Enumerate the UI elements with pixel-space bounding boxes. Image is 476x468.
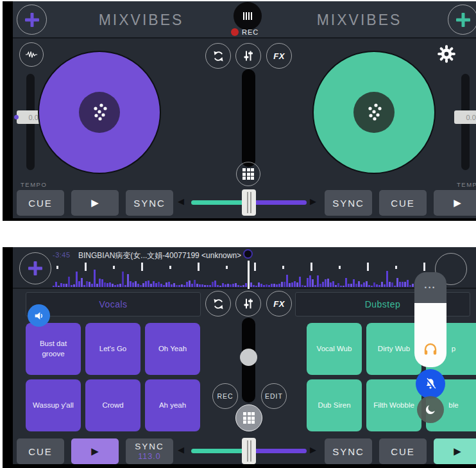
bell-slash-icon [423, 377, 438, 391]
sliders-icon [242, 297, 255, 310]
sync-label: SYNC [135, 442, 164, 451]
plus-icon [24, 12, 40, 28]
record-indicator[interactable]: REC [231, 28, 259, 36]
tempo-label-left: TEMPO [21, 181, 47, 188]
arrow-right-icon: ▶ [310, 445, 316, 455]
play-button-left-top[interactable]: ▶ [71, 190, 119, 216]
more-dots-icon: ••• [425, 284, 436, 291]
sample-pad[interactable]: Vocal Wub [307, 323, 362, 375]
bank-select-left-label: Vocals [99, 299, 127, 309]
speaker-icon [33, 310, 45, 322]
track-header: -3:45 BINGBIAN病变(女...文娟-40077199 <unknow… [13, 247, 476, 289]
add-track-button-bottom[interactable] [19, 252, 51, 284]
sample-pad[interactable]: Dub Siren [307, 379, 362, 431]
deck-a-hub [79, 92, 120, 133]
fx-label: FX [273, 51, 285, 61]
play-icon: ▶ [454, 197, 461, 209]
bank-select-right-label: Dubstep [365, 299, 401, 309]
fader-handle[interactable] [240, 349, 257, 366]
crossfader-track-b [249, 200, 307, 205]
arrow-right-icon: ▶ [310, 196, 316, 206]
grid-icon [242, 168, 254, 180]
app-logo-left: MIXVIBES [38, 12, 244, 29]
deck-b-platter[interactable] [312, 51, 436, 174]
headphones-icon [423, 342, 438, 357]
cue-button-left-bottom[interactable]: CUE [17, 438, 64, 464]
sample-pad[interactable]: Oh Yeah [145, 323, 200, 375]
cue-button-right-top[interactable]: CUE [379, 190, 427, 216]
loop-button-bottom[interactable] [205, 291, 231, 316]
time-remaining: -3:45 [53, 251, 71, 259]
sample-pad[interactable]: Bust dat groove [26, 323, 81, 375]
sample-pad[interactable]: Ah yeah [145, 379, 200, 431]
sliders-icon [242, 49, 255, 62]
overlay-body [414, 303, 446, 367]
fx-label: FX [273, 299, 285, 309]
pads-view-button-top[interactable] [236, 162, 260, 186]
record-label: REC [242, 28, 259, 36]
deck-a-platter[interactable] [38, 51, 161, 174]
crossfader-handle[interactable] [242, 189, 256, 216]
monitor-button[interactable] [28, 304, 50, 327]
sync-bpm: 113.0 [138, 452, 160, 461]
cue-button-left-top[interactable]: CUE [17, 190, 64, 216]
fx-button-bottom[interactable]: FX [266, 291, 292, 316]
key-waveform-button[interactable] [19, 42, 44, 67]
loop-button-top[interactable] [205, 43, 231, 69]
volume-fader-top[interactable] [242, 69, 255, 167]
play-button-left-bottom[interactable]: ▶ [71, 438, 119, 464]
fx-button-top[interactable]: FX [266, 43, 292, 69]
night-mode-button[interactable] [417, 396, 444, 423]
sync-button-right-bottom[interactable]: SYNC [325, 438, 372, 464]
crossfader-handle[interactable] [242, 438, 256, 464]
sample-pad[interactable]: Wassup y'all [26, 379, 81, 431]
sync-button-left-top[interactable]: SYNC [126, 190, 173, 216]
gear-icon [437, 44, 456, 64]
settings-button[interactable] [434, 41, 459, 67]
deck-b-hub [353, 92, 395, 133]
mixvibes-dots-icon [362, 101, 386, 124]
crossfader-track-b [249, 449, 307, 453]
grid-icon [243, 412, 255, 424]
play-button-right-top[interactable]: ▶ [434, 190, 476, 216]
plus-icon [455, 12, 472, 28]
bank-select-left[interactable]: Vocals [26, 292, 201, 316]
sync-button-left-bottom[interactable]: SYNC 113.0 [126, 438, 173, 464]
loop-icon [212, 49, 225, 63]
level-bars-icon [243, 12, 252, 20]
play-button-right-bottom[interactable]: ▶ [434, 438, 476, 464]
sample-pad[interactable]: Crowd [85, 379, 140, 431]
rec-button-bottom[interactable]: REC [212, 383, 238, 409]
mixvibes-dots-icon [88, 101, 111, 124]
crossfader-track-a [191, 449, 249, 453]
deck-view-panel: MIXVIBES REC MIXVIBES 0.0% TEMPO [3, 1, 476, 221]
sample-pad[interactable]: Filth Wobble [366, 379, 421, 431]
pads-view-button-bottom[interactable] [235, 404, 262, 431]
cue-button-right-bottom[interactable]: CUE [379, 438, 427, 464]
top-bar: MIXVIBES REC MIXVIBES [13, 1, 476, 39]
jog-position-indicator [243, 249, 253, 259]
play-icon: ▶ [91, 197, 99, 209]
moon-icon [424, 403, 437, 416]
play-icon: ▶ [91, 446, 99, 457]
sync-button-right-top[interactable]: SYNC [325, 190, 372, 216]
edit-button-label: EDIT [265, 392, 283, 400]
overlay-more-handle[interactable]: ••• [414, 272, 446, 303]
sample-pads-left: Bust dat grooveLet's GoOh YeahWassup y'a… [26, 323, 200, 431]
app-logo-right: MIXVIBES [257, 12, 462, 29]
sample-pad[interactable]: Let's Go [85, 323, 140, 375]
quick-settings-overlay: ••• [414, 272, 446, 423]
add-track-button-right[interactable] [448, 4, 476, 35]
crossfader-track-a [191, 200, 249, 205]
mute-notifications-button[interactable] [416, 369, 445, 399]
edit-button[interactable]: EDIT [261, 383, 287, 409]
sample-pad[interactable]: Dirty Wub [366, 323, 421, 375]
sample-pads-right: Vocal WubDirty WubpDub SirenFilth Wobble… [307, 323, 476, 431]
tempo-thumb-icon[interactable] [14, 115, 19, 119]
mixer-button-top[interactable] [235, 43, 261, 69]
headphones-button[interactable] [423, 342, 438, 357]
tempo-label-right: TEMPO [457, 181, 476, 188]
waveform-icon [25, 50, 38, 59]
mixer-button-bottom[interactable] [235, 291, 261, 316]
play-icon: ▶ [454, 446, 461, 457]
